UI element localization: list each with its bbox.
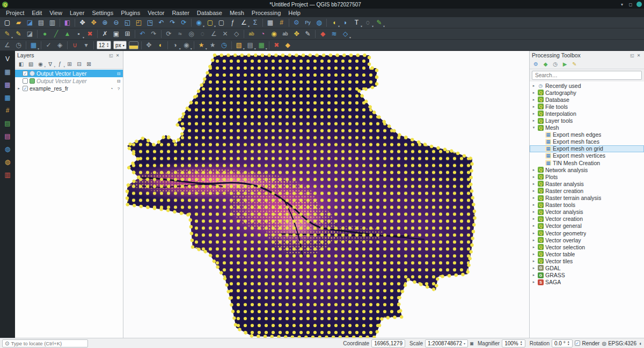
zoom-in-button[interactable]: ⊕ (99, 18, 111, 28)
save-layer-edits-button[interactable]: ◪ (24, 29, 35, 39)
tree-group-vector-general[interactable]: ▸QVector general (530, 223, 644, 229)
menu-project[interactable]: Project (2, 9, 28, 17)
locate-input[interactable] (11, 340, 85, 346)
shape-digitizing-button[interactable]: ◇▾ (340, 29, 351, 39)
expand-arrow-icon[interactable]: ▸ (531, 168, 536, 172)
menu-database[interactable]: Database (193, 9, 226, 17)
expand-arrow-icon[interactable]: ▸ (531, 105, 536, 109)
tree-algorithm-export-mesh-on-grid[interactable]: ▦Export mesh on grid (530, 145, 644, 152)
style-manager-button[interactable]: ◧ (62, 18, 73, 28)
add-layer-group-button[interactable]: ▧▾ (233, 40, 245, 50)
expand-arrow-icon[interactable]: ▸ (531, 280, 536, 284)
layer-row-example-res-fr-2[interactable]: ▸✓example_res_fr◔? (15, 85, 123, 92)
spin-arrows-icon[interactable]: ▲▼ (520, 340, 523, 346)
tree-algorithm-export-mesh-edges[interactable]: ▦Export mesh edges (530, 131, 644, 138)
menu-edit[interactable]: Edit (28, 9, 46, 17)
decorations-button[interactable]: ◆ (282, 40, 294, 50)
change-label-button[interactable]: ✎ (302, 29, 313, 39)
expand-arrow-icon[interactable]: ▸ (531, 182, 536, 186)
identify-features-button[interactable]: ◉▾ (193, 18, 204, 28)
add-polygon-feature-button[interactable]: ▲ (62, 29, 73, 39)
highlight-pinned-labels-button[interactable]: ab (280, 29, 291, 39)
python-console-button[interactable]: Py (302, 18, 313, 28)
text-annotation-button[interactable]: T▾ (351, 18, 362, 28)
expand-arrow-icon[interactable]: ▸ (531, 196, 536, 200)
tree-group-vector-geometry[interactable]: ▸QVector geometry (530, 229, 644, 236)
expand-all-button[interactable]: ⊞ (65, 60, 74, 68)
project-new-button[interactable]: ▢ (2, 18, 13, 28)
measure-button[interactable]: ∠▾ (238, 18, 250, 28)
tree-group-vector-overlay[interactable]: ▸QVector overlay (530, 236, 644, 243)
remove-layer-button[interactable]: ⊠ (84, 60, 93, 68)
menu-mesh[interactable]: Mesh (226, 9, 248, 17)
tree-group-network-analysis[interactable]: ▸QNetwork analysis (530, 166, 644, 173)
expand-arrow-icon[interactable]: ▸ (531, 266, 536, 270)
copy-features-button[interactable]: ▣ (111, 29, 122, 39)
deselect-features-button[interactable]: ▢ (216, 18, 227, 28)
tree-group-recently-used[interactable]: ▸◷Recently used (530, 82, 644, 89)
merge-features-button[interactable]: ◇ (231, 29, 242, 39)
expand-arrow-icon[interactable]: ▸ (531, 231, 536, 235)
plugin-debug-button[interactable]: ◆ (317, 29, 328, 39)
expand-arrow-icon[interactable]: ▸ (531, 217, 536, 221)
map-themes-button[interactable]: ◑▾ (170, 40, 181, 50)
tree-group-vector-creation[interactable]: ▸QVector creation (530, 216, 644, 223)
current-edits-button[interactable]: ✎▾ (2, 29, 13, 39)
field-calculator-button[interactable]: # (276, 18, 287, 28)
layer-visibility-checkbox[interactable]: ✓ (23, 71, 28, 76)
magnifier-spinbox[interactable]: 100% ▲▼ (502, 339, 525, 347)
map-tips-button[interactable]: ◗ (340, 18, 351, 28)
add-ring-button[interactable]: ◎ (186, 29, 197, 39)
add-line-feature-button[interactable]: ╱ (50, 29, 62, 39)
add-postgis-layer-button[interactable]: ▤ (2, 119, 13, 128)
layer-visibility-button[interactable]: ◉▾ (181, 40, 192, 50)
history-button[interactable]: ◷ (551, 60, 560, 68)
rotation-spinbox[interactable]: 0.0 ° ▲▼ (552, 339, 573, 347)
tree-group-cartography[interactable]: ▸QCartography (530, 89, 644, 96)
menu-processing[interactable]: Processing (248, 9, 284, 17)
cad-construction-button[interactable]: ◷ (13, 40, 24, 50)
expand-arrow-icon[interactable]: ▸ (531, 98, 536, 102)
tree-group-raster-analysis[interactable]: ▸QRaster analysis (530, 180, 644, 187)
menu-view[interactable]: View (46, 9, 66, 17)
tree-group-vector-table[interactable]: ▸QVector table (530, 250, 644, 257)
advanced-digitizing-button[interactable]: ∠ (2, 40, 13, 50)
expand-arrow-icon[interactable]: ▸ (531, 119, 536, 123)
vertex-tool-button[interactable]: ▪▾ (73, 29, 84, 39)
maximize-icon[interactable]: ◻ (628, 2, 633, 7)
zoom-next-button[interactable]: ↷ (167, 18, 178, 28)
move-annotation-button[interactable]: ✥ (143, 40, 155, 50)
close-panel-icon[interactable]: ✕ (635, 52, 642, 58)
tree-algorithm-export-mesh-vertices[interactable]: ▦Export mesh vertices (530, 152, 644, 159)
layer-visibility-checkbox[interactable]: ✓ (23, 86, 28, 91)
split-features-button[interactable]: ✕ (219, 29, 231, 39)
close-icon[interactable] (636, 2, 642, 7)
expand-arrow-icon[interactable]: ▸ (17, 86, 21, 91)
layer-visibility-checkbox[interactable] (23, 78, 28, 84)
tree-group-saga[interactable]: ▸SSAGA (530, 279, 644, 286)
project-open-button[interactable]: ▰ (13, 18, 24, 28)
menu-settings[interactable]: Settings (88, 9, 117, 17)
pan-to-selection-button[interactable]: ✥ (88, 18, 99, 28)
statistical-summary-button[interactable]: Σ (250, 18, 261, 28)
add-wfs-layer-button[interactable]: ◍ (2, 157, 13, 167)
expand-arrow-icon[interactable]: ▸ (531, 189, 536, 193)
topology-checker-button[interactable]: ◈ (54, 40, 65, 50)
layout-manager-button[interactable]: ▥ (47, 18, 58, 28)
filter-legend-button[interactable]: ∇▾ (46, 60, 55, 68)
tree-group-raster-terrain-analysis[interactable]: ▸QRaster terrain analysis (530, 195, 644, 202)
locator-search-button[interactable]: ◌▾ (362, 18, 374, 28)
tree-group-plots[interactable]: ▸QPlots (530, 173, 644, 180)
pan-map-button[interactable]: ✥ (77, 18, 88, 28)
expand-arrow-icon[interactable]: ▾ (531, 125, 536, 130)
tree-group-file-tools[interactable]: ▸QFile tools (530, 103, 644, 110)
add-group-button[interactable]: ▧ (26, 60, 35, 68)
results-viewer-button[interactable]: ▶ (560, 60, 569, 68)
map-canvas[interactable] (123, 51, 529, 338)
select-features-button[interactable]: ▢▾ (204, 18, 216, 28)
tree-group-vector-selection[interactable]: ▸QVector selection (530, 243, 644, 250)
show-bookmarks-button[interactable]: ★ (207, 40, 218, 50)
stop-rendering-button[interactable]: ✖ (271, 40, 282, 50)
zoom-to-selection-button[interactable]: ◰ (133, 18, 144, 28)
rotate-feature-button[interactable]: ⟳ (163, 29, 174, 39)
